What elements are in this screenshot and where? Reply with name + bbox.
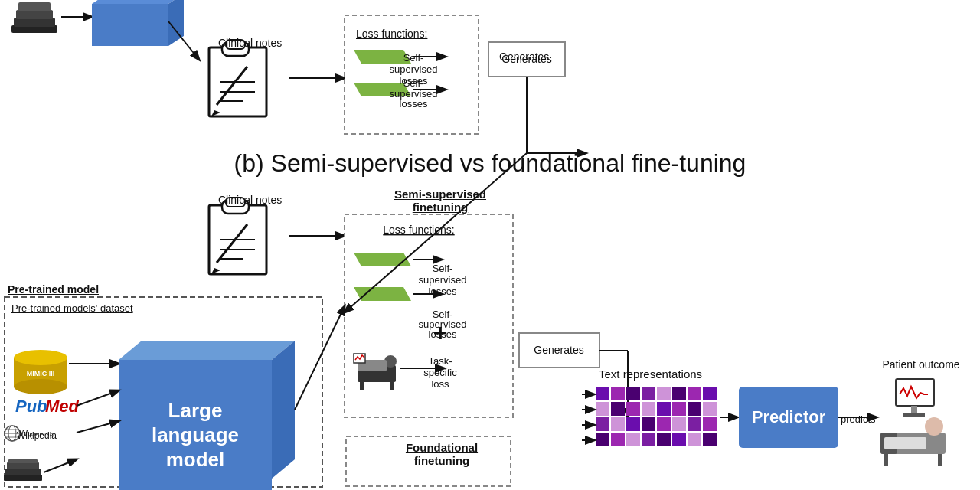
svg-line-82 xyxy=(77,421,119,433)
svg-rect-132 xyxy=(884,437,926,449)
svg-rect-60 xyxy=(5,297,322,487)
svg-text:losses: losses xyxy=(400,98,428,109)
svg-rect-126 xyxy=(896,379,934,406)
svg-text:Self-: Self- xyxy=(403,52,424,64)
svg-text:Self-: Self- xyxy=(433,263,453,274)
svg-marker-68 xyxy=(272,341,295,479)
svg-rect-108 xyxy=(657,417,671,431)
svg-rect-50 xyxy=(358,360,387,371)
svg-rect-117 xyxy=(672,433,686,446)
svg-text:Generates: Generates xyxy=(534,344,583,356)
patient-outcome-label: Patient outcome xyxy=(875,358,967,371)
svg-text:losses: losses xyxy=(400,75,428,87)
text-repr-label: Text representations xyxy=(599,368,702,381)
generates-top-label: Generates xyxy=(499,51,549,63)
svg-point-49 xyxy=(384,355,397,368)
svg-text:language: language xyxy=(152,423,239,446)
svg-rect-0 xyxy=(11,25,57,33)
svg-rect-3 xyxy=(18,2,51,11)
svg-rect-83 xyxy=(4,475,42,481)
svg-rect-114 xyxy=(626,433,640,446)
svg-rect-133 xyxy=(884,454,888,466)
svg-rect-55 xyxy=(519,333,599,368)
svg-rect-102 xyxy=(688,402,701,416)
svg-text:Pub: Pub xyxy=(15,397,47,416)
svg-rect-112 xyxy=(596,433,609,446)
svg-marker-43 xyxy=(354,253,411,266)
svg-marker-45 xyxy=(354,287,411,301)
svg-rect-129 xyxy=(880,433,946,454)
svg-rect-85 xyxy=(7,462,39,469)
svg-rect-66 xyxy=(119,360,272,490)
svg-text:specific: specific xyxy=(423,367,457,378)
svg-rect-42 xyxy=(345,214,513,417)
diagram-container: Self- supervised losses losses supervise… xyxy=(0,0,980,490)
svg-text:Large: Large xyxy=(168,399,223,422)
svg-rect-103 xyxy=(703,402,717,416)
svg-line-36 xyxy=(217,224,247,263)
section-b-title: (b) Semi-supervised vs foundational fine… xyxy=(234,149,746,178)
svg-rect-127 xyxy=(911,406,917,413)
loss-functions-top-label: Loss functions: xyxy=(356,28,427,40)
svg-marker-19 xyxy=(354,50,411,64)
svg-rect-113 xyxy=(611,433,625,446)
svg-rect-130 xyxy=(880,433,897,454)
predictor-box: Predictor xyxy=(739,387,838,448)
svg-rect-97 xyxy=(611,402,625,416)
svg-rect-106 xyxy=(626,417,640,431)
svg-marker-7 xyxy=(168,0,184,46)
svg-rect-86 xyxy=(8,459,38,463)
svg-text:+: + xyxy=(433,318,448,346)
svg-text:supervised: supervised xyxy=(419,318,467,330)
svg-point-62 xyxy=(14,350,67,365)
foundational-label: Foundational finetuning xyxy=(377,441,507,467)
svg-line-72 xyxy=(295,306,345,410)
svg-rect-134 xyxy=(938,454,942,466)
svg-rect-9 xyxy=(209,47,266,116)
svg-text:Self-: Self- xyxy=(403,77,424,89)
svg-text:supervised: supervised xyxy=(390,88,438,100)
svg-rect-89 xyxy=(611,387,625,400)
svg-rect-104 xyxy=(596,417,609,431)
svg-rect-118 xyxy=(688,433,701,446)
svg-rect-93 xyxy=(672,387,686,400)
pretrained-model-title: Pre-trained model xyxy=(8,283,99,296)
svg-rect-61 xyxy=(14,358,67,387)
svg-line-87 xyxy=(44,459,77,472)
svg-rect-84 xyxy=(5,469,41,475)
svg-rect-52 xyxy=(390,382,394,390)
svg-rect-98 xyxy=(626,402,640,416)
svg-text:supervised: supervised xyxy=(390,64,438,75)
svg-rect-92 xyxy=(657,387,671,400)
svg-rect-88 xyxy=(596,387,609,400)
svg-text:losses: losses xyxy=(429,286,457,297)
svg-rect-96 xyxy=(596,402,609,416)
svg-rect-90 xyxy=(626,387,640,400)
pretrained-dataset-label: Pre-trained models' dataset xyxy=(11,302,133,315)
svg-rect-2 xyxy=(16,10,53,19)
svg-marker-37 xyxy=(211,268,220,274)
svg-text:loss: loss xyxy=(431,378,449,390)
svg-rect-111 xyxy=(703,417,717,431)
svg-rect-33 xyxy=(209,205,266,274)
svg-rect-105 xyxy=(611,417,625,431)
svg-rect-48 xyxy=(358,365,396,382)
svg-point-77 xyxy=(8,426,16,441)
svg-rect-116 xyxy=(657,433,671,446)
svg-text:model: model xyxy=(166,448,225,471)
svg-text:losses: losses xyxy=(429,328,457,340)
svg-marker-6 xyxy=(92,0,184,4)
svg-rect-100 xyxy=(657,402,671,416)
wiki-label: Wikipedia xyxy=(17,430,57,441)
predicts-label: predicts xyxy=(841,413,876,425)
svg-rect-53 xyxy=(354,354,365,363)
clinical-notes-top-label: Clinical notes xyxy=(218,37,282,49)
svg-rect-101 xyxy=(672,402,686,416)
svg-rect-119 xyxy=(703,433,717,446)
svg-marker-21 xyxy=(354,83,411,96)
svg-text:Task-: Task- xyxy=(428,355,452,367)
svg-rect-1 xyxy=(14,18,55,27)
svg-rect-115 xyxy=(642,433,655,446)
svg-text:MIMIC III: MIMIC III xyxy=(27,370,55,377)
svg-line-8 xyxy=(168,21,199,60)
